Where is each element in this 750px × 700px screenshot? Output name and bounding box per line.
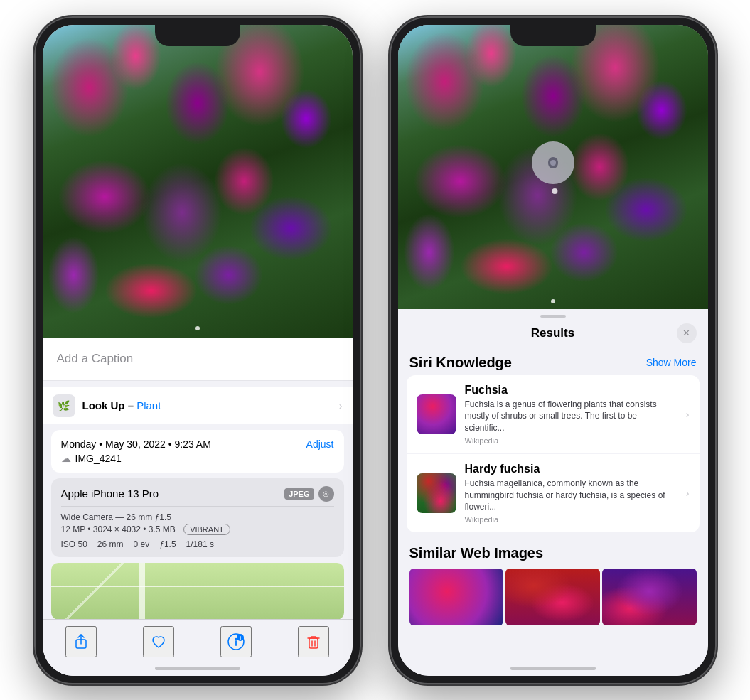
- device-name: Apple iPhone 13 Pro: [61, 488, 159, 500]
- svg-text:i: i: [240, 635, 241, 641]
- drag-handle[interactable]: [540, 315, 566, 318]
- web-image-1[interactable]: [409, 569, 504, 625]
- siri-dot: [552, 188, 557, 194]
- location-icon: ◎: [318, 486, 334, 502]
- lookup-label: Look Up – Plant: [82, 399, 161, 411]
- notch-right: [510, 25, 596, 46]
- web-images-section: Similar Web Images: [398, 538, 708, 630]
- info-button[interactable]: i: [220, 626, 252, 657]
- map-roads: [51, 563, 344, 620]
- fuchsia-description: Fuchsia is a genus of flowering plants t…: [465, 399, 677, 434]
- exif-row: ISO 50 26 mm 0 ev ƒ1.5 1/181 s: [61, 539, 334, 549]
- adjust-button[interactable]: Adjust: [306, 438, 334, 450]
- hardy-source: Wikipedia: [465, 515, 677, 524]
- phone-right: Results ✕ Siri Knowledge Show More: [390, 16, 717, 684]
- ev: 0 ev: [134, 539, 150, 549]
- web-images-title: Similar Web Images: [409, 545, 697, 561]
- photo-display-right[interactable]: [398, 25, 708, 309]
- shutter: 1/181 s: [186, 539, 214, 549]
- knowledge-card: Fuchsia Fuchsia is a genus of flowering …: [407, 375, 700, 533]
- flower-photo: [43, 25, 353, 338]
- web-image-2[interactable]: [505, 569, 600, 625]
- page-indicator: [195, 326, 200, 330]
- siri-knowledge-title: Siri Knowledge: [409, 355, 512, 371]
- resolution-info: 12 MP • 3024 × 4032 • 3.5 MB VIBRANT: [61, 524, 334, 535]
- fuchsia-thumbnail: [417, 394, 456, 434]
- home-indicator: [155, 667, 240, 670]
- hardy-content: Hardy fuchsia Fuchsia magellanica, commo…: [465, 463, 677, 524]
- results-title: Results: [531, 326, 574, 340]
- results-close-button[interactable]: ✕: [677, 323, 697, 343]
- delete-button[interactable]: [298, 626, 329, 657]
- notch: [155, 25, 240, 46]
- siri-vision-badge: [532, 141, 574, 184]
- lookup-row[interactable]: 🌿 Look Up – Plant ›: [53, 387, 343, 424]
- fuchsia-name: Fuchsia: [465, 384, 677, 397]
- map-thumbnail[interactable]: [51, 563, 344, 620]
- results-panel: Results ✕ Siri Knowledge Show More: [398, 309, 708, 676]
- device-row: Apple iPhone 13 Pro JPEG ◎: [61, 486, 334, 502]
- lens-info: Wide Camera — 26 mm ƒ1.5: [61, 512, 334, 522]
- fuchsia-chevron: ›: [686, 409, 690, 420]
- svg-point-3: [235, 638, 237, 640]
- web-image-3[interactable]: [602, 569, 697, 625]
- page-indicator-right: [551, 299, 555, 303]
- show-more-button[interactable]: Show More: [646, 357, 697, 368]
- photo-date: Monday • May 30, 2022 • 9:23 AM: [61, 438, 211, 450]
- phone-left: Add a Caption 🌿 Look Up – Plant ›: [34, 16, 361, 684]
- lookup-icon: 🌿: [53, 394, 75, 417]
- web-images-grid: [409, 569, 697, 625]
- lookup-chevron: ›: [339, 400, 343, 411]
- share-button[interactable]: [65, 626, 97, 657]
- caption-input[interactable]: Add a Caption: [57, 346, 338, 372]
- filter-badge: VIBRANT: [183, 524, 230, 535]
- fuchsia-content: Fuchsia Fuchsia is a genus of flowering …: [465, 384, 677, 445]
- meta-date-row: Monday • May 30, 2022 • 9:23 AM Adjust: [61, 438, 334, 450]
- device-badges: JPEG ◎: [284, 486, 333, 502]
- focal-length: 26 mm: [97, 539, 124, 549]
- camera-details: Wide Camera — 26 mm ƒ1.5 12 MP • 3024 × …: [61, 506, 334, 549]
- hardy-name: Hardy fuchsia: [465, 463, 677, 475]
- phone-screen-right: Results ✕ Siri Knowledge Show More: [398, 25, 708, 676]
- svg-rect-7: [309, 638, 318, 648]
- knowledge-item-fuchsia[interactable]: Fuchsia Fuchsia is a genus of flowering …: [407, 375, 700, 454]
- home-indicator-right: [510, 667, 596, 670]
- siri-knowledge-header: Siri Knowledge Show More: [398, 348, 708, 375]
- format-badge: JPEG: [284, 488, 314, 500]
- iso: ISO 50: [61, 539, 87, 549]
- results-header: Results ✕: [398, 321, 708, 348]
- svg-point-10: [550, 160, 556, 166]
- hardy-thumbnail: [417, 473, 456, 513]
- hardy-description: Fuchsia magellanica, commonly known as t…: [465, 478, 677, 513]
- filename-row: ☁ IMG_4241: [61, 453, 334, 464]
- knowledge-item-hardy[interactable]: Hardy fuchsia Fuchsia magellanica, commo…: [407, 454, 700, 532]
- phone-screen-left: Add a Caption 🌿 Look Up – Plant ›: [43, 25, 353, 676]
- photo-display[interactable]: [43, 25, 353, 338]
- favorite-button[interactable]: [143, 626, 174, 657]
- hardy-chevron: ›: [686, 488, 690, 499]
- aperture: ƒ1.5: [159, 539, 176, 549]
- cloud-icon: ☁: [61, 453, 71, 464]
- fuchsia-source: Wikipedia: [465, 436, 677, 445]
